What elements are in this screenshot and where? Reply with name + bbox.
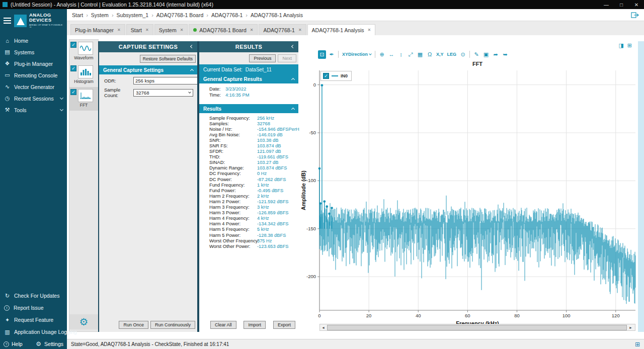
- sidebar-item-vector-generator[interactable]: ∿Vector Generator: [0, 81, 67, 93]
- display-grid-icon[interactable]: ⊞: [635, 341, 640, 348]
- breadcrumb-item-adaq7768-1-analysis[interactable]: ADAQ7768-1 Analysis: [251, 12, 303, 18]
- export-plot-button[interactable]: ➥: [501, 50, 509, 59]
- view-checkbox[interactable]: ✓: [70, 42, 76, 48]
- restore-defaults-button[interactable]: Restore Software Defaults: [140, 55, 196, 63]
- collapse-panel-icon[interactable]: ◨: [618, 42, 623, 49]
- collapse-panel-chevron-icon[interactable]: [291, 45, 295, 48]
- image-export-button[interactable]: ▣: [482, 50, 490, 59]
- legend-toggle[interactable]: LEG: [446, 50, 458, 59]
- svg-text:0: 0: [318, 313, 320, 318]
- result-row-harm-5-frequency: Harm 5 Frequency:5 kHz: [199, 227, 298, 232]
- view-checkbox[interactable]: ✓: [70, 89, 76, 95]
- histogram-icon[interactable]: [78, 65, 93, 78]
- right-scroll-strip[interactable]: [638, 41, 644, 332]
- close-icon[interactable]: ✕: [145, 28, 149, 32]
- run-once-button[interactable]: Run Once: [119, 321, 148, 329]
- crosshair-tool[interactable]: ⊕: [378, 50, 386, 59]
- tab-adaq7768-1[interactable]: ADAQ7768-1✕: [259, 24, 306, 35]
- view-histogram[interactable]: ✓Histogram: [69, 63, 98, 87]
- scroll-right-icon[interactable]: ►: [627, 326, 634, 329]
- next-button[interactable]: Next: [278, 54, 296, 62]
- minimize-button[interactable]: —: [599, 0, 614, 9]
- sidebar-item-remoting-console[interactable]: ▭Remoting Console: [0, 69, 67, 81]
- sidebar-item-help[interactable]: ? Help: [4, 341, 23, 347]
- sidebar-item-report-issue[interactable]: !Report Issue: [0, 302, 67, 314]
- tab-system[interactable]: System✕: [154, 24, 188, 35]
- menu-icon[interactable]: [4, 16, 11, 25]
- maximize-button[interactable]: □: [614, 0, 629, 9]
- session-export-icon[interactable]: [631, 12, 639, 19]
- zoom-tool[interactable]: ⊙: [459, 50, 467, 59]
- sidebar-item-tools[interactable]: ⚒Tools: [0, 104, 67, 116]
- xy-coordinates-toggle[interactable]: X,Y: [435, 50, 445, 59]
- previous-button[interactable]: Previous: [249, 54, 276, 62]
- close-icon[interactable]: ✕: [117, 28, 121, 32]
- breadcrumb-item-adaq7768-1-board[interactable]: ADAQ7768-1 Board: [156, 12, 203, 18]
- run-continuously-button[interactable]: Run Continuously: [150, 321, 195, 329]
- breadcrumb-item-start[interactable]: Start: [72, 12, 83, 18]
- result-row-fund-power: Fund Power:-0.495 dBFS: [199, 188, 298, 193]
- copy-plot-button[interactable]: ➦: [492, 50, 500, 59]
- toolbar-separator: [375, 51, 375, 58]
- odr-input[interactable]: [133, 77, 204, 84]
- scroll-left-icon[interactable]: ◄: [320, 326, 327, 329]
- import-button[interactable]: Import: [244, 321, 266, 329]
- help-label: Help: [12, 341, 23, 347]
- view-waveform[interactable]: ✓Waveform: [69, 40, 98, 63]
- close-icon[interactable]: ✕: [368, 28, 371, 32]
- general-capture-settings-section[interactable]: General Capture Settings: [99, 65, 197, 74]
- result-label: Harm 2 Power:: [209, 199, 257, 204]
- close-icon[interactable]: ✕: [180, 28, 184, 32]
- clear-all-button[interactable]: Clear All: [210, 321, 236, 329]
- general-capture-results-section[interactable]: General Capture Results: [199, 74, 298, 83]
- tab-start[interactable]: Start✕: [126, 24, 153, 35]
- fft-icon[interactable]: [78, 89, 93, 102]
- grid-options-icon[interactable]: ⊞: [627, 42, 632, 49]
- collapse-panel-chevron-icon[interactable]: [190, 45, 194, 48]
- breadcrumb-item-adaq7768-1[interactable]: ADAQ7768-1: [211, 12, 243, 18]
- result-value: -128.38 dBFS: [257, 233, 286, 238]
- pan-vertical-tool[interactable]: ↕: [397, 50, 405, 59]
- view-checkbox[interactable]: ✓: [70, 65, 76, 71]
- sidebar-item-recent-sessions[interactable]: ◷Recent Sessions: [0, 93, 67, 104]
- zoom-out-full-tool[interactable]: Ω: [426, 50, 434, 59]
- sidebar-item-request-feature[interactable]: ✦Request Feature: [0, 314, 67, 326]
- box-zoom-tool[interactable]: ▦: [416, 50, 424, 59]
- scroll-thumb[interactable]: [327, 325, 627, 330]
- results-section[interactable]: Results: [199, 104, 298, 113]
- legend-checkbox-in0[interactable]: ✓: [323, 73, 329, 79]
- sidebar-item-systems[interactable]: ▤Systems: [0, 46, 67, 58]
- sidebar-header: ANALOG DEVICES AHEAD OF WHAT'S POSSIBLE …: [0, 9, 67, 32]
- horizontal-scrollbar[interactable]: ◄ ►: [319, 324, 635, 331]
- xy-direction-dropdown[interactable]: XYDirection: [341, 50, 372, 59]
- analysis-settings-gear-button[interactable]: ⚙: [69, 314, 98, 329]
- pan-horizontal-tool[interactable]: ↔: [387, 50, 395, 59]
- close-icon[interactable]: ✕: [298, 28, 302, 32]
- close-button[interactable]: ✕: [629, 0, 644, 9]
- export-button[interactable]: Export: [273, 321, 295, 329]
- sidebar-item-application-usage-logging[interactable]: ▥Application Usage Logging: [0, 326, 67, 338]
- annotate-tool[interactable]: ✎: [472, 50, 480, 59]
- sample-count-select[interactable]: 32768: [133, 89, 193, 97]
- sidebar-item-home[interactable]: ⌂Home: [0, 35, 67, 46]
- sidebar-item-check-for-updates[interactable]: ↻Check For Updates: [0, 290, 67, 302]
- modified-dot-icon: [193, 28, 197, 32]
- fft-plot-area[interactable]: 0204060801001200-50-100-150-200Frequency…: [299, 68, 638, 334]
- date-value: 3/23/2022: [225, 86, 246, 92]
- breadcrumb-item-system[interactable]: System: [91, 12, 109, 18]
- box-select-tool[interactable]: ⊡: [318, 50, 326, 59]
- brush-tool[interactable]: ✒: [328, 50, 336, 59]
- svg-text:40: 40: [416, 313, 421, 318]
- sidebar-item-label: Remoting Console: [14, 72, 57, 78]
- sidebar-item-settings[interactable]: ⚙ Settings: [35, 340, 63, 347]
- breadcrumb-item-subsystem-1[interactable]: Subsystem_1: [117, 12, 149, 18]
- tab-adaq7768-1-analysis[interactable]: ADAQ7768-1 Analysis✕: [307, 24, 376, 35]
- tab-plug-in-manager[interactable]: Plug-in Manager✕: [70, 24, 125, 35]
- close-icon[interactable]: ✕: [250, 28, 254, 32]
- waveform-icon[interactable]: [78, 42, 93, 55]
- fit-to-view-tool[interactable]: ⤢: [407, 50, 415, 59]
- sidebar-item-plug-in-manager[interactable]: ❖Plug-in Manager: [0, 58, 67, 69]
- view-fft[interactable]: ✓FFT: [69, 87, 98, 111]
- tab-adaq7768-1-board[interactable]: ADAQ7768-1 Board✕: [189, 24, 258, 35]
- chart-toolbar: ⊡✒XYDirection⊕↔↕⤢▦ΩX,YLEG⊙✎▣➦➥: [318, 49, 509, 59]
